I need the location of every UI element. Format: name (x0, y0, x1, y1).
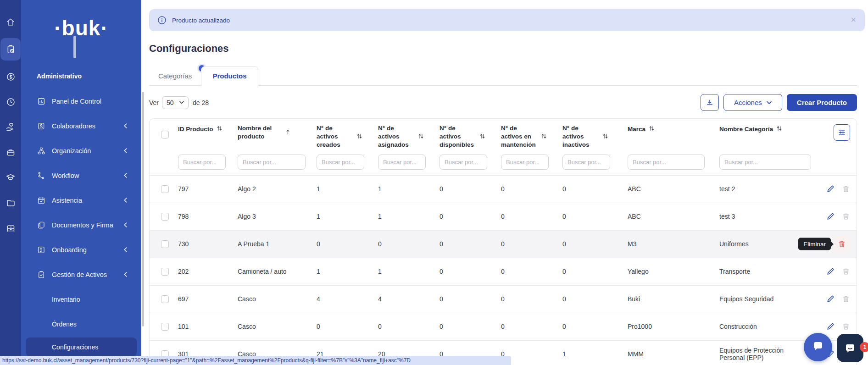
chevron-left-icon (123, 246, 128, 254)
column-header-categoria: Nombre Categoría (719, 124, 805, 134)
sidebar-subitem-ordenes[interactable]: Órdenes (21, 312, 141, 337)
sidebar-item-organizacion[interactable]: Organización (21, 138, 141, 163)
sidebar-subitem-configuraciones[interactable]: Configuraciones (26, 337, 137, 356)
hand-heart-icon[interactable] (0, 118, 21, 136)
crear-producto-label: Crear Producto (797, 99, 847, 106)
clock-icon[interactable] (0, 93, 21, 111)
sidebar-item-documentos-y-firma[interactable]: Documentos y Firma (21, 213, 141, 238)
graduation-icon[interactable] (0, 168, 21, 187)
delete-button[interactable] (842, 185, 850, 193)
row-actions (805, 176, 857, 203)
products-table: ID ProductoNombre del productoN° de acti… (149, 118, 857, 365)
search-input-id[interactable] (178, 155, 226, 170)
tab-categorias[interactable]: Categorías (149, 66, 201, 85)
trash-icon (842, 267, 850, 276)
search-input-mantencion[interactable] (501, 155, 549, 170)
sort-icon[interactable] (541, 133, 547, 142)
sidebar-item-label: Organización (52, 147, 91, 155)
edit-button[interactable] (826, 185, 835, 193)
select-all-checkbox[interactable] (161, 131, 169, 138)
sidebar-item-asistencia[interactable]: Asistencia (21, 188, 141, 213)
search-input-categoria[interactable] (719, 155, 811, 170)
info-icon (157, 16, 167, 25)
column-settings-button[interactable] (834, 124, 850, 141)
row-checkbox[interactable] (161, 185, 169, 193)
table-body: 797Algo 211000ABCtest 2798Algo 311000ABC… (150, 175, 857, 365)
cell-id: 101 (178, 323, 238, 330)
total-count-label: de 28 (193, 99, 209, 106)
folder-icon[interactable] (0, 194, 21, 212)
sidebar-item-colaboradores[interactable]: Colaboradores (21, 114, 141, 138)
buk-logo: ·buk· (21, 16, 141, 40)
archive-icon[interactable] (0, 219, 21, 237)
row-checkbox[interactable] (161, 323, 169, 331)
sidebar-subitem-inventario[interactable]: Inventario (21, 287, 141, 312)
search-input-nombre[interactable] (238, 155, 306, 170)
sort-asc-icon[interactable] (285, 129, 291, 138)
acciones-button[interactable]: Acciones (723, 94, 782, 111)
pencil-icon (826, 267, 835, 276)
clipboard-clock-icon[interactable] (0, 38, 21, 61)
sidebar-item-workflow[interactable]: Workflow (21, 163, 141, 188)
delete-button[interactable] (834, 236, 850, 252)
row-checkbox[interactable] (161, 268, 169, 276)
checklist-icon (37, 246, 46, 254)
page-size-select[interactable]: 50 (162, 96, 189, 109)
sort-icon[interactable] (776, 125, 782, 134)
delete-button[interactable] (842, 322, 850, 331)
notification-badge: 1 (860, 342, 868, 352)
sliders-icon (838, 128, 846, 137)
content-scrollbar[interactable] (142, 92, 144, 326)
cell-id: 798 (178, 213, 238, 220)
column-label: N° de activos asignados (378, 124, 415, 149)
sidebar-item-gestion-de-activos[interactable]: Gestión de Activos (21, 262, 141, 287)
sort-icon[interactable] (217, 125, 223, 134)
row-checkbox[interactable] (161, 295, 169, 303)
sort-icon[interactable] (602, 133, 608, 142)
delete-button[interactable] (842, 295, 850, 303)
sidebar-menu: Panel de Control Colaboradores Organizac… (21, 89, 141, 287)
briefcase-icon[interactable] (0, 143, 21, 161)
download-button[interactable] (701, 94, 719, 111)
cell-nombre: Casco (238, 295, 317, 303)
edit-button[interactable] (826, 295, 835, 303)
cell-nombre: Algo 2 (238, 185, 317, 193)
status-bar: https://sst-demo.buk.cl/asset_management… (0, 356, 511, 365)
sort-icon[interactable] (479, 133, 485, 142)
delete-button[interactable] (842, 267, 850, 276)
chevron-left-icon (123, 147, 128, 155)
crear-producto-button[interactable]: Crear Producto (787, 94, 857, 111)
search-input-disponibles[interactable] (440, 155, 487, 170)
column-header-id: ID Producto (178, 124, 238, 134)
cell-marca: ABC (628, 185, 719, 193)
sort-icon[interactable] (418, 133, 424, 142)
dollar-icon[interactable] (0, 67, 21, 86)
tab-productos[interactable]: Productos (201, 66, 258, 86)
search-input-marca[interactable] (628, 155, 705, 170)
delete-button[interactable] (842, 212, 850, 221)
edit-button[interactable] (826, 212, 835, 221)
row-checkbox[interactable] (161, 240, 169, 248)
row-checkbox[interactable] (161, 213, 169, 221)
trash-icon (842, 212, 850, 221)
cell-inactivos: 0 (562, 323, 628, 330)
search-input-inactivos[interactable] (562, 155, 610, 170)
sidebar-scrollbar[interactable] (73, 36, 76, 58)
cell-categoria: Uniformes (719, 240, 805, 248)
sort-icon[interactable] (649, 125, 655, 134)
cell-categoria: test 3 (719, 213, 805, 220)
search-input-creados[interactable] (317, 155, 364, 170)
home-icon[interactable] (0, 13, 21, 31)
search-input-asignados[interactable] (378, 155, 426, 170)
main-content: Producto actualizado ✕ Configuraciones C… (141, 0, 868, 365)
chevron-left-icon (123, 197, 128, 204)
sidebar-item-onboarding[interactable]: Onboarding (21, 238, 141, 262)
close-icon[interactable]: ✕ (851, 17, 857, 24)
edit-button[interactable] (826, 267, 835, 276)
org-chart-icon (37, 147, 46, 155)
sidebar-item-panel-de-control[interactable]: Panel de Control (21, 89, 141, 114)
speech-bubble-icon (811, 340, 825, 354)
sort-icon[interactable] (356, 133, 362, 142)
chat-bubble-button[interactable] (804, 333, 832, 361)
edit-button[interactable] (826, 322, 835, 331)
